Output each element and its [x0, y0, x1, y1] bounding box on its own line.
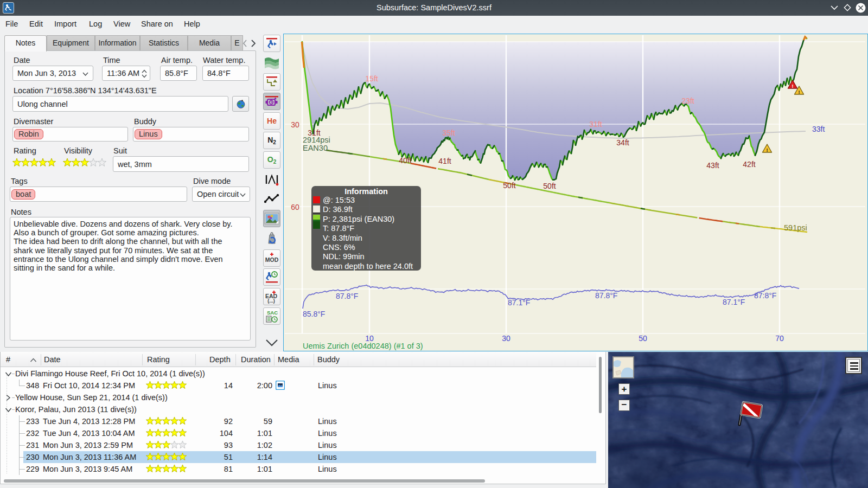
- svg-text:mean depth to here 24.0ft: mean depth to here 24.0ft: [323, 262, 413, 271]
- svg-text:35ft: 35ft: [442, 129, 455, 137]
- svg-text:Uemis Zurich (e04d0248) (#1 of: Uemis Zurich (e04d0248) (#1 of 3): [303, 342, 423, 350]
- svg-text:87.1°F: 87.1°F: [508, 298, 530, 307]
- svg-text:50ft: 50ft: [503, 181, 515, 190]
- svg-text:87.1°F: 87.1°F: [723, 298, 745, 306]
- svg-text:EAN30: EAN30: [303, 144, 328, 152]
- svg-text:87.8°F: 87.8°F: [595, 291, 617, 300]
- svg-text:23ft: 23ft: [681, 97, 694, 105]
- svg-text:42ft: 42ft: [743, 160, 755, 169]
- svg-text:15ft: 15ft: [365, 74, 378, 83]
- svg-text:70: 70: [775, 334, 784, 343]
- svg-text:87.8°F: 87.8°F: [336, 292, 358, 300]
- svg-text:(...): (...): [267, 298, 275, 304]
- svg-text:87:8°F: 87:8°F: [754, 291, 776, 300]
- svg-text:591psi: 591psi: [784, 223, 807, 232]
- svg-text:33ft: 33ft: [812, 125, 825, 133]
- svg-text:V: 8.3ft/min: V: 8.3ft/min: [323, 234, 362, 242]
- svg-text:!: !: [767, 147, 768, 153]
- svg-text:85.8°F: 85.8°F: [303, 310, 325, 318]
- svg-text:T: 87.8°F: T: 87.8°F: [323, 224, 354, 233]
- svg-text:43ft: 43ft: [706, 161, 719, 170]
- svg-text:40ft: 40ft: [399, 156, 411, 165]
- svg-text:!: !: [792, 84, 794, 89]
- svg-text:30: 30: [502, 334, 510, 343]
- svg-text:MOD: MOD: [265, 256, 279, 263]
- svg-text:Information: Information: [344, 187, 388, 196]
- svg-text:P: 2,381psi (EAN30): P: 2,381psi (EAN30): [323, 215, 394, 223]
- svg-text:50ft: 50ft: [543, 182, 556, 190]
- svg-text:50: 50: [639, 334, 647, 343]
- svg-text:CNS: 6%: CNS: 6%: [323, 243, 355, 252]
- svg-text:D: 36.9ft: D: 36.9ft: [323, 205, 353, 214]
- svg-text:31ft: 31ft: [589, 120, 602, 129]
- svg-text:34ft: 34ft: [616, 138, 629, 147]
- svg-text:41ft: 41ft: [438, 157, 451, 165]
- svg-text:30: 30: [291, 120, 299, 129]
- svg-text:@: 15:53: @: 15:53: [323, 196, 355, 204]
- svg-text:!: !: [799, 89, 800, 95]
- svg-text:2914psi: 2914psi: [303, 136, 330, 144]
- svg-text:NDL: 99min: NDL: 99min: [323, 252, 365, 261]
- svg-text:SAC: SAC: [267, 310, 278, 316]
- svg-text:60: 60: [291, 203, 299, 211]
